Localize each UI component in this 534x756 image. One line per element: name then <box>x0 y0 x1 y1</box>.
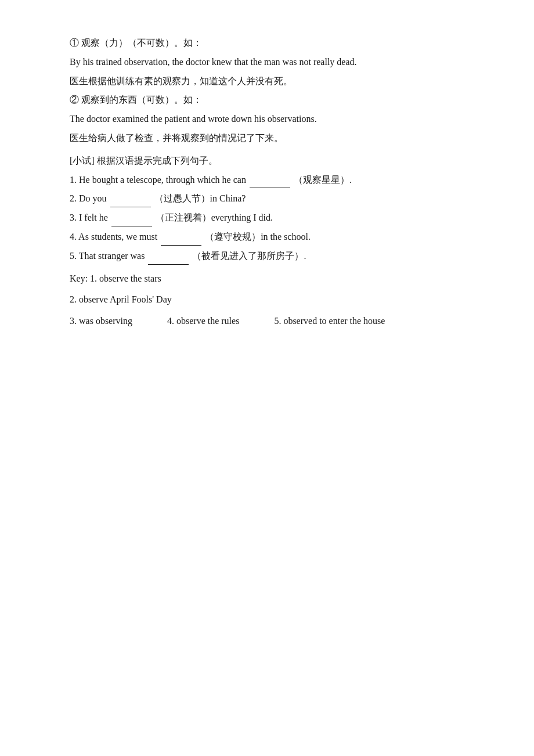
blank4 <box>161 245 201 246</box>
blank3 <box>111 226 152 226</box>
blank5 <box>148 264 189 265</box>
key-section: Key: 1. observe the stars 2. observe Apr… <box>70 271 464 330</box>
question1: 1. He bought a telescope, through which … <box>70 172 464 189</box>
sentence2-zh: 医生给病人做了检查，并将观察到的情况记了下来。 <box>70 130 464 147</box>
sentence2-en: The doctor examined the patient and wrot… <box>70 111 464 128</box>
question5: 5. That stranger was （被看见进入了那所房子）. <box>70 248 464 265</box>
section1-label: ① 观察（力）（不可数）。如： <box>70 35 464 52</box>
key1: Key: 1. observe the stars <box>70 271 464 287</box>
sentence1-en: By his trained observation, the doctor k… <box>70 54 464 71</box>
quiz-intro: [小试] 根据汉语提示完成下列句子。 <box>70 153 464 170</box>
page-content: ① 观察（力）（不可数）。如： By his trained observati… <box>0 0 534 369</box>
question2: 2. Do you （过愚人节）in China? <box>70 190 464 207</box>
blank2 <box>110 207 151 207</box>
section2-label: ② 观察到的东西（可数）。如： <box>70 92 464 109</box>
question3: 3. I felt he （正注视着）everything I did. <box>70 210 464 226</box>
question4: 4. As students, we must （遵守校规）in the sch… <box>70 229 464 246</box>
key345: 3. was observing 4. observe the rules 5.… <box>70 313 464 330</box>
key2: 2. observe April Fools' Day <box>70 291 464 308</box>
blank1 <box>250 188 290 188</box>
sentence1-zh: 医生根据他训练有素的观察力，知道这个人并没有死。 <box>70 73 464 90</box>
